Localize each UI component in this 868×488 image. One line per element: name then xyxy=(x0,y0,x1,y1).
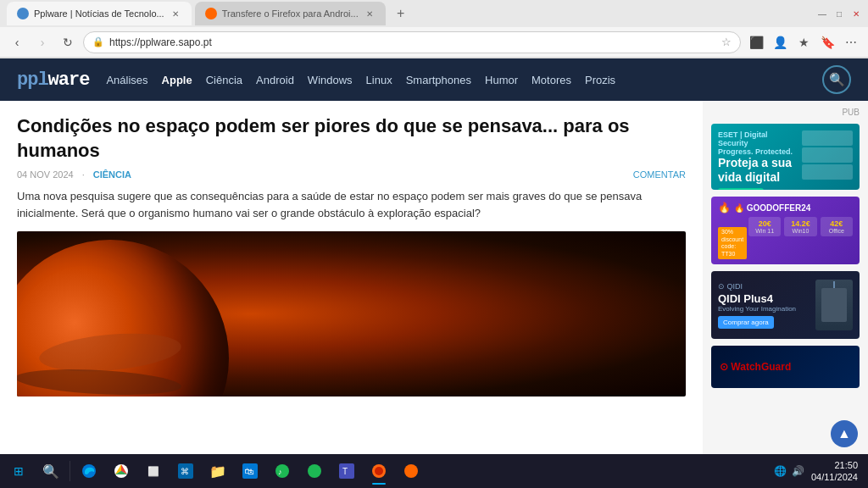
eset-products xyxy=(802,130,853,180)
taskbar-green-app[interactable]: ♪ xyxy=(267,456,298,486)
ad-eset-text: ESET | Digital SecurityProgress. Protect… xyxy=(718,130,797,190)
taskbar-orange-app[interactable] xyxy=(396,456,426,486)
tab-1-favicon xyxy=(17,8,29,19)
qidi-title: QIDI Plus4 xyxy=(718,292,810,305)
collections-button[interactable]: 🔖 xyxy=(817,32,837,53)
nav-windows[interactable]: Windows xyxy=(308,74,353,86)
taskbar-task-manager[interactable]: ⬜ xyxy=(138,456,169,486)
scroll-to-top-button[interactable]: ▲ xyxy=(831,420,858,447)
ad-eset[interactable]: ESET | Digital SecurityProgress. Protect… xyxy=(711,124,860,190)
watchguard-logo: ⊙ WatchGuard xyxy=(720,361,791,373)
url-text: https://pplware.sapo.pt xyxy=(109,36,716,48)
article-comment-link[interactable]: COMENTAR xyxy=(633,169,686,180)
ad-qidi[interactable]: ⊙ QIDI QIDI Plus4 Evolving Your Imaginat… xyxy=(711,271,860,339)
tab-2-close[interactable]: ✕ xyxy=(364,8,376,19)
taskbar-files[interactable]: 📁 xyxy=(203,456,233,486)
site-logo[interactable]: pplware xyxy=(17,69,89,91)
product-2-price: 14.2€ xyxy=(787,219,813,228)
address-bar[interactable]: 🔒 https://pplware.sapo.pt ☆ xyxy=(83,31,741,53)
volume-icon[interactable]: 🔊 xyxy=(792,465,804,477)
taskbar: ⊞ 🔍 ⬜ ⌘ 📁 🛍 ♪ T 🌐 🔊 21:50 04/11/2024 xyxy=(0,454,868,488)
article-title: Condições no espaço podem ser piores do … xyxy=(17,114,686,163)
new-tab-button[interactable]: + xyxy=(389,2,413,25)
svg-point-9 xyxy=(308,464,321,478)
qidi-logo: ⊙ QIDI xyxy=(718,282,810,291)
maximize-button[interactable]: □ xyxy=(834,8,844,19)
tab-1[interactable]: Pplware | Notícias de Tecnolo... ✕ xyxy=(7,2,192,25)
nav-prozis[interactable]: Prozis xyxy=(585,74,615,86)
title-bar: Pplware | Notícias de Tecnolo... ✕ Trans… xyxy=(0,0,868,27)
search-button-taskbar[interactable]: 🔍 xyxy=(36,456,66,486)
article-meta: 04 NOV 2024 · CIÊNCIA COMENTAR xyxy=(17,169,686,180)
product-3-price: 42€ xyxy=(824,219,849,228)
network-icon[interactable]: 🌐 xyxy=(774,465,787,477)
taskbar-vscode[interactable]: ⌘ xyxy=(170,456,201,486)
goodoffer-name: 🔥 GOODOFFER24 xyxy=(734,203,810,213)
nav-apple[interactable]: Apple xyxy=(162,74,192,86)
settings-button[interactable]: ⋯ xyxy=(841,32,861,53)
ad-watchguard[interactable]: ⊙ WatchGuard xyxy=(711,346,860,388)
main-content: Condições no espaço podem ser piores do … xyxy=(0,101,703,455)
taskbar-clock[interactable]: 21:50 04/11/2024 xyxy=(811,459,858,484)
goodoffer-header: 🔥 🔥 GOODOFFER24 xyxy=(718,202,853,214)
taskbar-spotify[interactable] xyxy=(299,456,330,486)
taskbar-teams[interactable]: T xyxy=(331,456,362,486)
taskbar-chrome[interactable] xyxy=(106,456,136,486)
nav-ciencia[interactable]: Ciência xyxy=(206,74,242,86)
website: pplware Análises Apple Ciência Android W… xyxy=(0,58,868,455)
goodoffer-discount: 30%discountcode:TT30 xyxy=(718,227,747,259)
back-button[interactable]: ‹ xyxy=(7,32,27,53)
nav-linux[interactable]: Linux xyxy=(366,74,392,86)
nav-humor[interactable]: Humor xyxy=(485,74,518,86)
tab-1-close[interactable]: ✕ xyxy=(170,8,181,19)
tab-2[interactable]: Transfere o Firefox para Androi... ✕ xyxy=(195,2,386,25)
svg-point-13 xyxy=(375,467,383,475)
reload-button[interactable]: ↻ xyxy=(58,32,78,53)
svg-text:⌘: ⌘ xyxy=(181,467,189,476)
nav-smartphones[interactable]: Smartphones xyxy=(406,74,471,86)
taskbar-system-icons: 🌐 🔊 xyxy=(774,465,804,477)
eset-logo: ESET | Digital SecurityProgress. Protect… xyxy=(718,130,797,156)
svg-text:T: T xyxy=(342,467,348,476)
watchguard-icon: ⊙ xyxy=(720,361,728,373)
ad-goodoffer[interactable]: 🔥 🔥 GOODOFFER24 20€ Win 11 14.2€ Win10 4… xyxy=(711,197,860,264)
search-button[interactable]: 🔍 xyxy=(822,65,851,94)
minimize-button[interactable]: — xyxy=(817,8,827,19)
svg-text:♪: ♪ xyxy=(278,468,282,476)
site-navigation: Análises Apple Ciência Android Windows L… xyxy=(106,74,805,86)
watchguard-name: WatchGuard xyxy=(731,361,791,373)
qidi-subtitle: Evolving Your Imagination xyxy=(718,305,810,313)
account-button[interactable]: 👤 xyxy=(770,32,790,53)
nav-actions: ⬛ 👤 ★ 🔖 ⋯ xyxy=(746,32,861,53)
nav-motores[interactable]: Motores xyxy=(531,74,571,86)
product-2-name: Win10 xyxy=(787,228,813,234)
goodoffer-icon: 🔥 xyxy=(718,202,731,214)
goodoffer-product-1: 20€ Win 11 xyxy=(748,217,781,236)
svg-point-14 xyxy=(404,464,418,478)
bookmark-icon[interactable]: ☆ xyxy=(721,36,732,48)
taskbar-right: 🌐 🔊 21:50 04/11/2024 xyxy=(774,459,865,484)
taskbar-store[interactable]: 🛍 xyxy=(235,456,265,486)
taskbar-firefox[interactable] xyxy=(364,456,394,486)
tab-2-label: Transfere o Firefox para Androi... xyxy=(222,8,359,19)
taskbar-date-display: 04/11/2024 xyxy=(811,471,858,483)
eset-product-2 xyxy=(802,147,853,163)
nav-bar: ‹ › ↻ 🔒 https://pplware.sapo.pt ☆ ⬛ 👤 ★ … xyxy=(0,27,868,58)
sidebar: PUB ESET | Digital SecurityProgress. Pro… xyxy=(703,101,868,455)
start-button[interactable]: ⊞ xyxy=(3,456,34,486)
qidi-cta[interactable]: Comprar agora xyxy=(718,316,774,329)
nav-android[interactable]: Android xyxy=(256,74,294,86)
tab-2-favicon xyxy=(205,8,217,19)
product-3-name: Office xyxy=(824,228,849,234)
close-button[interactable]: ✕ xyxy=(851,8,861,19)
article-category[interactable]: CIÊNCIA xyxy=(93,169,131,180)
qidi-image xyxy=(815,280,853,330)
forward-button[interactable]: › xyxy=(32,32,53,53)
eset-cta[interactable]: Compra já xyxy=(718,188,764,190)
taskbar-edge[interactable] xyxy=(74,456,104,486)
extensions-button[interactable]: ⬛ xyxy=(746,32,766,53)
nav-analises[interactable]: Análises xyxy=(106,74,147,86)
pub-label: PUB xyxy=(711,108,860,117)
qidi-text: ⊙ QIDI QIDI Plus4 Evolving Your Imaginat… xyxy=(718,282,810,329)
favorites-button[interactable]: ★ xyxy=(793,32,814,53)
